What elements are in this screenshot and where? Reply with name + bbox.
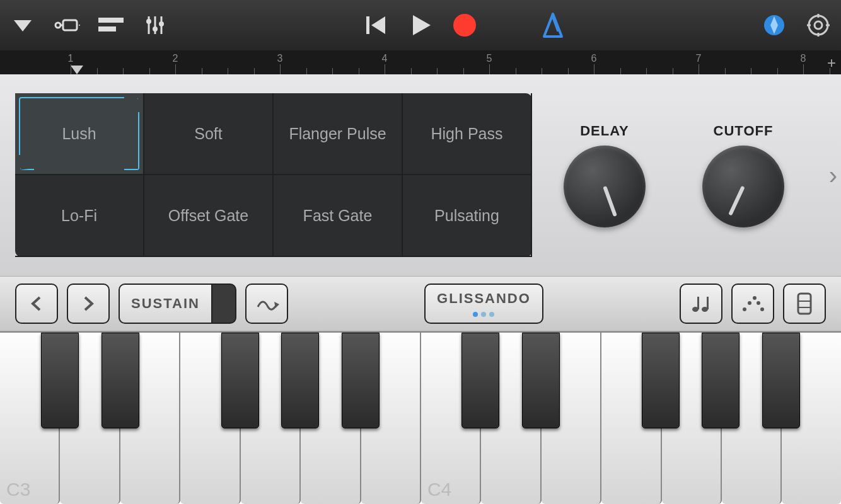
key-label-c4: C4 xyxy=(427,479,451,500)
playhead[interactable] xyxy=(71,66,83,74)
preset-grid: LushSoftFlanger PulseHigh PassLo-FiOffse… xyxy=(15,93,532,257)
preset-lush[interactable]: Lush xyxy=(15,93,144,175)
svg-rect-32 xyxy=(707,297,709,309)
black-key[interactable] xyxy=(762,333,800,428)
preset-soft[interactable]: Soft xyxy=(144,93,274,175)
velocity-button[interactable] xyxy=(680,284,722,324)
timeline-bar-label: 3 xyxy=(277,53,283,64)
left-toolbar-group xyxy=(6,9,171,42)
sustain-button[interactable]: SUSTAIN xyxy=(119,284,211,324)
mixer-button[interactable] xyxy=(139,9,171,42)
svg-rect-6 xyxy=(98,26,116,32)
notes-icon xyxy=(690,293,712,314)
svg-marker-15 xyxy=(413,15,431,35)
metronome-icon xyxy=(539,11,567,39)
svg-point-1 xyxy=(55,23,61,28)
transport-group xyxy=(360,9,481,42)
black-key[interactable] xyxy=(102,333,139,428)
menu-dropdown-button[interactable] xyxy=(6,9,39,42)
delay-knob-block: DELAY xyxy=(564,123,646,227)
sustain-label: SUSTAIN xyxy=(131,295,200,312)
delay-label: DELAY xyxy=(580,123,629,139)
octave-down-button[interactable] xyxy=(15,284,58,324)
black-key[interactable] xyxy=(41,333,79,428)
mixer-icon xyxy=(142,13,168,38)
svg-point-35 xyxy=(753,296,757,300)
sustain-button-group: SUSTAIN xyxy=(119,284,236,324)
knobs-group: DELAY CUTOFF xyxy=(564,123,784,227)
svg-point-36 xyxy=(757,301,760,305)
tracks-button[interactable] xyxy=(95,9,127,42)
preset-flanger-pulse[interactable]: Flanger Pulse xyxy=(274,93,403,175)
arpeggiator-button[interactable] xyxy=(245,284,288,324)
sustain-lock-button[interactable] xyxy=(211,284,236,324)
glissando-button[interactable]: GLISSANDO xyxy=(424,284,543,324)
timeline-bar-label: 4 xyxy=(382,53,388,64)
browser-button[interactable] xyxy=(50,9,83,42)
svg-rect-2 xyxy=(63,20,77,30)
timeline-bar-label: 6 xyxy=(591,53,597,64)
svg-point-33 xyxy=(743,307,746,311)
svg-rect-30 xyxy=(697,297,699,309)
svg-rect-38 xyxy=(798,294,811,314)
arpeggiator-icon xyxy=(254,294,279,313)
cutoff-label: CUTOFF xyxy=(714,123,774,139)
rewind-icon xyxy=(364,13,389,38)
scale-icon xyxy=(741,294,765,313)
black-key[interactable] xyxy=(221,333,259,428)
play-button[interactable] xyxy=(404,9,437,42)
svg-point-12 xyxy=(159,21,164,26)
chevron-left-icon xyxy=(28,295,45,312)
svg-marker-17 xyxy=(544,14,562,37)
svg-rect-5 xyxy=(98,18,124,23)
cutoff-knob-block: CUTOFF xyxy=(702,123,784,227)
black-key[interactable] xyxy=(522,333,560,428)
keyboard-layout-icon xyxy=(797,292,812,315)
timeline-add-button[interactable]: + xyxy=(827,54,836,72)
svg-marker-0 xyxy=(14,20,32,32)
black-key[interactable] xyxy=(461,333,499,428)
gear-icon xyxy=(806,13,831,38)
scale-button[interactable] xyxy=(731,284,774,324)
timeline-bar-label: 2 xyxy=(173,53,178,64)
timeline-bar-label: 8 xyxy=(801,53,806,64)
glissando-content: GLISSANDO xyxy=(437,290,531,317)
triangle-down-icon xyxy=(11,14,34,37)
black-key[interactable] xyxy=(281,333,319,428)
svg-point-4 xyxy=(79,25,80,26)
right-toolbar-group xyxy=(758,9,835,42)
octave-up-button[interactable] xyxy=(67,284,110,324)
black-key[interactable] xyxy=(642,333,680,428)
preset-high-pass[interactable]: High Pass xyxy=(403,93,532,175)
timeline-bar-label: 1 xyxy=(68,53,74,64)
play-icon xyxy=(408,13,433,38)
preset-pulsating[interactable]: Pulsating xyxy=(403,175,532,257)
timeline[interactable]: + 12345678 xyxy=(0,50,841,74)
record-button[interactable] xyxy=(448,9,481,42)
preset-lo-fi[interactable]: Lo-Fi xyxy=(15,175,144,257)
black-key[interactable] xyxy=(342,333,380,428)
preset-fast-gate[interactable]: Fast Gate xyxy=(274,175,403,257)
top-toolbar xyxy=(0,0,841,50)
timeline-bar-label: 7 xyxy=(696,53,702,64)
settings-button[interactable] xyxy=(802,9,835,42)
svg-point-22 xyxy=(815,21,822,29)
panel-next-button[interactable]: › xyxy=(829,161,837,190)
key-label-c3: C3 xyxy=(6,479,30,500)
metronome-button[interactable] xyxy=(536,9,569,42)
keyboard-control-row: SUSTAIN GLISSANDO xyxy=(0,276,841,331)
glissando-label: GLISSANDO xyxy=(437,290,531,307)
svg-point-34 xyxy=(748,301,751,305)
black-key[interactable] xyxy=(702,333,740,428)
rewind-button[interactable] xyxy=(360,9,393,42)
svg-rect-13 xyxy=(366,16,369,34)
svg-point-21 xyxy=(809,16,828,35)
cutoff-knob[interactable] xyxy=(702,146,784,227)
preset-offset-gate[interactable]: Offset Gate xyxy=(144,175,274,257)
compass-icon xyxy=(760,11,788,39)
timeline-bar-label: 5 xyxy=(487,53,492,64)
delay-knob[interactable] xyxy=(564,146,646,227)
keyboard-layout-button[interactable] xyxy=(783,284,826,324)
instrument-panel: LushSoftFlanger PulseHigh PassLo-FiOffse… xyxy=(0,74,841,276)
learn-button[interactable] xyxy=(758,9,791,42)
